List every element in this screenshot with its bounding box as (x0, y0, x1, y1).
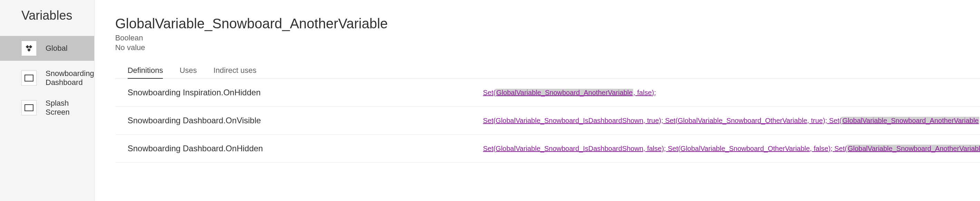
definition-location: Snowboarding Dashboard.OnVisible (128, 116, 483, 125)
screen-icon (21, 70, 37, 86)
variable-value: No value (115, 43, 980, 52)
definitions-list: Snowboarding Inspiration.OnHiddenSet(Glo… (115, 79, 980, 163)
sidebar-item-label: Splash Screen (46, 99, 94, 117)
svg-rect-2 (27, 48, 31, 52)
screen-icon (21, 100, 37, 115)
definition-location: Snowboarding Inspiration.OnHidden (128, 88, 483, 97)
svg-rect-0 (26, 45, 29, 49)
definition-location: Snowboarding Dashboard.OnHidden (128, 144, 483, 153)
main-panel: GlobalVariable_Snowboard_AnotherVariable… (95, 0, 980, 201)
definition-row: Snowboarding Dashboard.OnVisibleSet(Glob… (115, 107, 980, 135)
sidebar: Variables GlobalSnowboarding DashboardSp… (0, 0, 95, 201)
sidebar-title: Variables (0, 8, 94, 36)
tabs: DefinitionsUsesIndirect uses (115, 66, 980, 79)
svg-rect-3 (25, 75, 33, 81)
sidebar-item-label: Global (46, 44, 68, 53)
sidebar-item-snowboarding-dashboard[interactable]: Snowboarding Dashboard (0, 65, 94, 91)
sidebar-item-label: Snowboarding Dashboard (46, 69, 94, 87)
definition-formula-link[interactable]: Set(GlobalVariable_Snowboard_IsDashboard… (483, 145, 980, 153)
definition-formula-link[interactable]: Set(GlobalVariable_Snowboard_AnotherVari… (483, 89, 656, 97)
global-icon (21, 41, 37, 56)
variable-type: Boolean (115, 34, 980, 43)
svg-rect-1 (29, 45, 32, 49)
definition-row: Snowboarding Dashboard.OnHiddenSet(Globa… (115, 135, 980, 163)
tab-indirect-uses[interactable]: Indirect uses (213, 66, 257, 78)
definition-formula-link[interactable]: Set(GlobalVariable_Snowboard_IsDashboard… (483, 117, 980, 125)
sidebar-item-splash-screen[interactable]: Splash Screen (0, 95, 94, 120)
svg-rect-4 (25, 105, 33, 111)
tab-definitions[interactable]: Definitions (128, 66, 163, 78)
variable-name: GlobalVariable_Snowboard_AnotherVariable (115, 16, 980, 32)
sidebar-items: GlobalSnowboarding DashboardSplash Scree… (0, 36, 94, 120)
definition-row: Snowboarding Inspiration.OnHiddenSet(Glo… (115, 79, 980, 107)
tab-uses[interactable]: Uses (180, 66, 197, 78)
sidebar-item-global[interactable]: Global (0, 36, 94, 61)
